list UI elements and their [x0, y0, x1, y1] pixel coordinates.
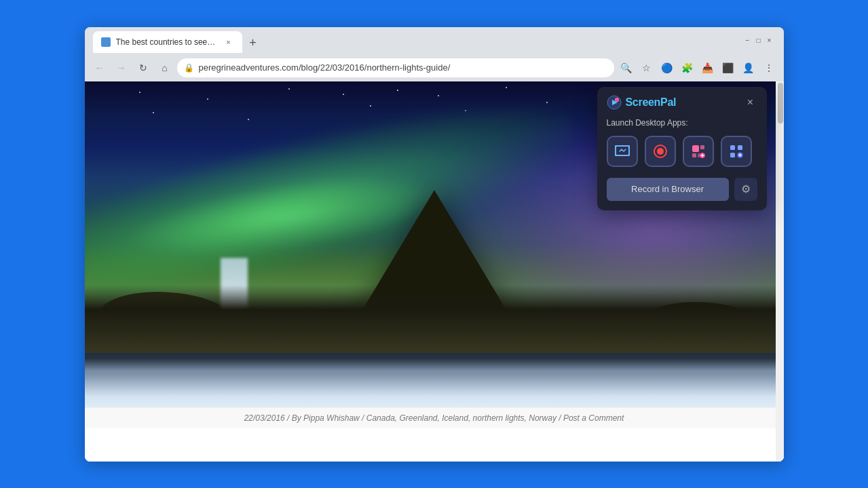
back-button[interactable]: ← [90, 58, 109, 77]
record-in-browser-button[interactable]: Record in Browser [607, 178, 729, 201]
grid-icon [728, 143, 745, 160]
zoom-button[interactable]: 🔍 [617, 58, 636, 77]
screen-capture-icon [614, 143, 631, 160]
tab-title: The best countries to see the N [116, 37, 218, 47]
reload-button[interactable]: ↻ [134, 58, 153, 77]
record-icon [652, 143, 669, 160]
screenpal-logo-icon [607, 95, 622, 110]
svg-rect-6 [692, 145, 699, 152]
nav-icons-right: 🔍 ☆ 🔵 🧩 📥 ⬛ 👤 ⋮ [617, 58, 778, 77]
home-button[interactable]: ⌂ [155, 58, 174, 77]
profile-button[interactable]: 👤 [739, 58, 758, 77]
page-area: 22/03/2016 / By Pippa Whishaw / Canada, … [85, 81, 784, 462]
popup-close-button[interactable]: × [744, 96, 757, 109]
address-input[interactable] [177, 58, 614, 77]
menu-button[interactable]: ⋮ [759, 58, 778, 77]
screenpal-logo-text: ScreenPal [626, 96, 677, 109]
nav-bar: ← → ↻ ⌂ 🔒 🔍 ☆ 🔵 🧩 📥 ⬛ 👤 ⋮ [85, 54, 784, 81]
tab-bar: The best countries to see the N × + [90, 29, 265, 53]
water-reflection [85, 353, 784, 407]
scrollbar-thumb[interactable] [778, 83, 783, 124]
tab-favicon [101, 37, 111, 47]
tab-close-button[interactable]: × [223, 37, 234, 48]
launch-label: Launch Desktop Apps: [607, 118, 757, 128]
window-controls: − □ × [743, 36, 774, 45]
address-bar-wrapper: 🔒 [177, 58, 614, 77]
popup-header: ScreenPal × [597, 87, 767, 115]
active-tab[interactable]: The best countries to see the N × [93, 31, 242, 53]
extension-button4[interactable]: ⬛ [719, 58, 738, 77]
browser-window: The best countries to see the N × + − □ … [85, 27, 784, 462]
svg-point-2 [616, 98, 618, 100]
app-icons-row [607, 136, 757, 167]
forward-button[interactable]: → [112, 58, 131, 77]
screenpal-popup: ScreenPal × Launch Desktop Apps: [597, 87, 767, 210]
svg-rect-11 [730, 145, 735, 150]
svg-rect-7 [700, 145, 704, 149]
svg-rect-12 [738, 145, 742, 150]
extension-button1[interactable]: 🔵 [658, 58, 677, 77]
extension-button3[interactable]: 📥 [698, 58, 717, 77]
page-caption: 22/03/2016 / By Pippa Whishaw / Canada, … [85, 407, 784, 428]
minimize-button[interactable]: − [743, 36, 753, 45]
editor-button[interactable] [683, 136, 714, 167]
screen-capture-button[interactable] [607, 136, 638, 167]
close-window-button[interactable]: × [765, 36, 774, 45]
screenpal-logo: ScreenPal [607, 95, 677, 110]
maximize-button[interactable]: □ [754, 36, 763, 45]
settings-icon: ⚙ [741, 183, 751, 195]
svg-rect-8 [692, 153, 696, 157]
extension-button2[interactable]: 🧩 [678, 58, 697, 77]
svg-point-5 [657, 148, 664, 155]
svg-rect-13 [730, 153, 735, 157]
bookmark-button[interactable]: ☆ [637, 58, 656, 77]
record-button[interactable] [645, 136, 676, 167]
new-tab-button[interactable]: + [244, 34, 263, 53]
scrollbar-area[interactable] [776, 81, 784, 462]
popup-body: Launch Desktop Apps: [597, 115, 767, 210]
editor-icon [690, 143, 707, 160]
grid-hosting-button[interactable] [721, 136, 752, 167]
title-bar: The best countries to see the N × + − □ … [85, 27, 784, 54]
record-in-browser-row: Record in Browser ⚙ [607, 178, 757, 201]
settings-button[interactable]: ⚙ [734, 178, 757, 201]
